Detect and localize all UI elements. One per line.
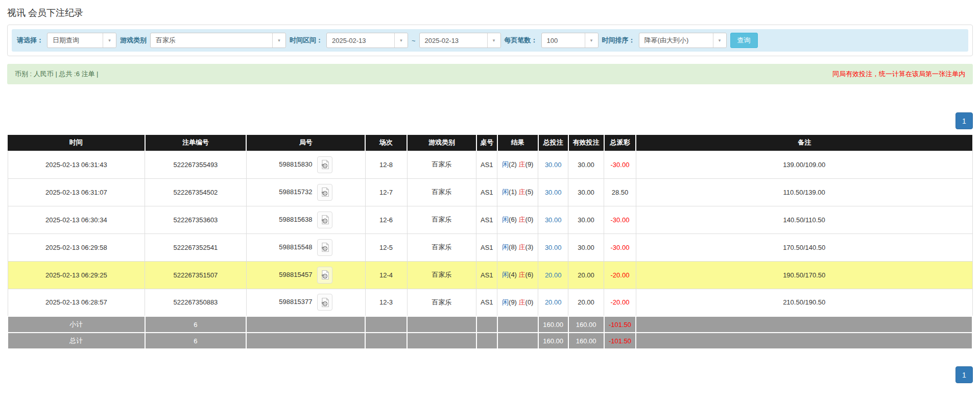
chevron-down-icon: ▾ (394, 33, 408, 48)
column-header-9: 总派彩 (604, 135, 636, 151)
footer-cell-3 (365, 333, 407, 349)
footer-cell-8: 160.00 (568, 316, 604, 333)
cell-round-id: 598815548 (246, 233, 365, 261)
footer-cell-6 (497, 316, 538, 333)
page-1-button[interactable]: 1 (955, 366, 973, 383)
cell-total-bet: 30.00 (538, 151, 568, 178)
total-bet-link[interactable]: 20.00 (545, 298, 562, 306)
search-button[interactable]: 查询 (730, 33, 758, 48)
footer-cell-9: -101.50 (604, 316, 636, 333)
footer-cell-4 (407, 316, 476, 333)
date-from-select[interactable]: 2025-02-13 ▾ (326, 33, 408, 48)
result-banker-score: (9) (525, 160, 534, 168)
page-size-value: 100 (542, 33, 585, 48)
footer-cell-0: 小计 (8, 316, 145, 333)
cell-time: 2025-02-13 06:31:07 (8, 178, 145, 206)
total-bet-link[interactable]: 20.00 (545, 271, 562, 279)
video-replay-button[interactable] (317, 239, 332, 256)
result-player-score: (9) (509, 298, 519, 306)
table-row: 2025-02-13 06:31:07522267354502598815732… (8, 178, 972, 206)
cell-bet-id: 522267350883 (145, 289, 247, 316)
footer-cell-2 (246, 316, 365, 333)
sort-select[interactable]: 降幂(由大到小) ▾ (639, 33, 727, 48)
column-header-7: 总投注 (538, 135, 568, 151)
cell-valid-bet: 30.00 (568, 151, 604, 178)
chevron-down-icon: ▾ (272, 33, 285, 48)
total-bet-link[interactable]: 30.00 (545, 189, 562, 196)
result-player-label: 闲 (502, 271, 509, 278)
chevron-down-icon: ▾ (585, 33, 598, 48)
cell-payout: -30.00 (604, 206, 636, 233)
table-row: 2025-02-13 06:31:43522267355493598815830… (8, 151, 972, 178)
cell-table-no: AS1 (476, 289, 497, 316)
footer-cell-7: 160.00 (538, 316, 568, 333)
game-type-label: 游戏类别 (120, 36, 147, 45)
column-header-1: 注单编号 (145, 135, 247, 151)
cell-result: 闲(1) 庄(5) (497, 178, 538, 206)
result-banker-score: (3) (525, 243, 534, 251)
cell-session: 12-7 (365, 178, 407, 206)
video-replay-button[interactable] (317, 184, 332, 201)
cell-bet-id: 522267353603 (145, 206, 247, 233)
cell-table-no: AS1 (476, 151, 497, 178)
result-banker-label: 庄 (519, 216, 525, 223)
cell-valid-bet: 30.00 (568, 206, 604, 233)
summary-currency-count: 币别 : 人民币 | 总共 :6 注单 | (15, 69, 99, 79)
footer-cell-3 (365, 316, 407, 333)
cell-time: 2025-02-13 06:29:25 (8, 261, 145, 289)
result-player-score: (2) (509, 160, 519, 168)
cell-session: 12-4 (365, 261, 407, 289)
query-type-value: 日期查询 (47, 33, 103, 48)
cell-session: 12-3 (365, 289, 407, 316)
video-replay-button[interactable] (317, 267, 332, 284)
cell-round-id: 598815638 (246, 206, 365, 233)
page-size-select[interactable]: 100 ▾ (541, 33, 599, 48)
cell-session: 12-5 (365, 233, 407, 261)
cell-round-id: 598815457 (246, 261, 365, 289)
video-replay-button[interactable] (317, 156, 332, 173)
video-replay-button[interactable] (317, 212, 332, 228)
range-tilde: ~ (412, 37, 416, 44)
total-bet-link[interactable]: 30.00 (545, 161, 562, 169)
cell-game-type: 百家乐 (407, 178, 476, 206)
cell-valid-bet: 20.00 (568, 289, 604, 316)
query-type-select[interactable]: 日期查询 ▾ (47, 33, 116, 48)
round-number: 598815548 (279, 243, 312, 250)
cell-remark: 110.50/139.00 (636, 178, 972, 206)
game-type-select[interactable]: 百家乐 ▾ (150, 33, 286, 48)
cell-game-type: 百家乐 (407, 151, 476, 178)
column-header-6: 结果 (497, 135, 538, 151)
video-replay-icon (321, 215, 329, 225)
cell-total-bet: 20.00 (538, 289, 568, 316)
cell-payout: -20.00 (604, 261, 636, 289)
filter-panel: 请选择： 日期查询 ▾ 游戏类别 百家乐 ▾ 时间区间： 2025-02-13 … (7, 25, 973, 56)
video-replay-icon (321, 297, 329, 308)
cell-time: 2025-02-13 06:28:57 (8, 289, 145, 316)
column-header-3: 场次 (365, 135, 407, 151)
video-replay-icon (321, 242, 329, 252)
total-bet-link[interactable]: 30.00 (545, 216, 562, 224)
result-banker-score: (5) (525, 188, 534, 196)
cell-result: 闲(2) 庄(9) (497, 151, 538, 178)
time-range-label: 时间区间： (290, 36, 323, 45)
page-1-button[interactable]: 1 (955, 112, 973, 129)
result-player-label: 闲 (502, 298, 509, 306)
date-to-value: 2025-02-13 (420, 33, 487, 48)
page-size-label: 每页笔数： (505, 36, 538, 45)
cell-game-type: 百家乐 (407, 289, 476, 316)
summary-bar: 币别 : 人民币 | 总共 :6 注单 | 同局有效投注，统一计算在该局第一张注… (7, 64, 973, 84)
footer-cell-5 (476, 333, 497, 349)
video-replay-icon (321, 159, 329, 170)
cell-table-no: AS1 (476, 178, 497, 206)
date-to-select[interactable]: 2025-02-13 ▾ (419, 33, 501, 48)
table-footer-row: 总计6160.00160.00-101.50 (8, 333, 972, 349)
footer-cell-2 (246, 333, 365, 349)
result-player-score: (4) (509, 271, 519, 278)
cell-total-bet: 30.00 (538, 206, 568, 233)
cell-payout: -20.00 (604, 289, 636, 316)
video-replay-button[interactable] (317, 294, 332, 311)
cell-remark: 139.00/109.00 (636, 151, 972, 178)
total-bet-link[interactable]: 30.00 (545, 244, 562, 251)
cell-time: 2025-02-13 06:29:58 (8, 233, 145, 261)
chevron-down-icon: ▾ (713, 33, 726, 48)
